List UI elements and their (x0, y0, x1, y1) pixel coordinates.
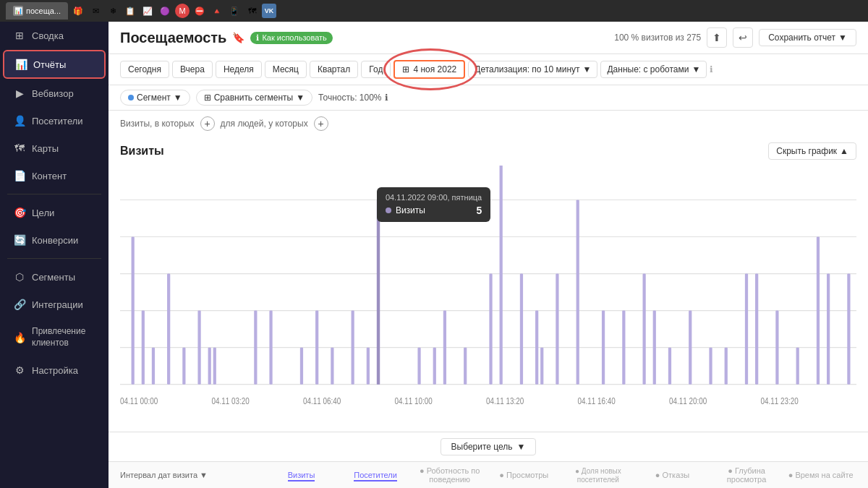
sidebar-item-goals[interactable]: 🎯 Цели (3, 200, 106, 226)
sidebar-item-acquisition[interactable]: 🔥 Привлечение клиентов (3, 319, 106, 356)
settings-icon: ⚙ (13, 364, 26, 376)
save-report-button[interactable]: Сохранить отчет ▼ (759, 29, 856, 46)
tab-icon-3[interactable]: ❄ (106, 4, 120, 18)
hide-chart-icon: ▲ (840, 146, 848, 156)
date-btn-yesterday[interactable]: Вчера (172, 61, 213, 78)
accuracy-text: Точность: 100% (318, 93, 381, 103)
goal-select-chevron: ▼ (517, 442, 526, 452)
th-depth: ● Глубина просмотра (711, 466, 783, 484)
svg-rect-27 (367, 348, 370, 385)
svg-rect-41 (622, 311, 625, 385)
sidebar-item-reports[interactable]: 📊 Отчёты (3, 50, 106, 79)
svg-rect-26 (352, 311, 354, 385)
svg-rect-46 (709, 348, 712, 385)
th-views-label: ● Просмотры (499, 471, 548, 479)
tab-icon-9[interactable]: 🔺 (210, 4, 224, 18)
help-link[interactable]: ℹ Как использовать (250, 32, 332, 44)
svg-text:04.11 23:20: 04.11 23:20 (761, 396, 799, 406)
svg-rect-33 (489, 274, 492, 385)
upload-button[interactable]: ⬆ (707, 27, 727, 48)
tab-icon-2[interactable]: ✉ (88, 4, 103, 18)
svg-rect-31 (443, 311, 446, 385)
svg-rect-22 (269, 311, 272, 385)
sidebar-item-summary[interactable]: ⊞ Сводка (3, 22, 106, 48)
tab-icon-5[interactable]: 📈 (140, 4, 155, 18)
header-actions: 100 % визитов из 275 ⬆ ↩ Сохранить отчет… (614, 27, 856, 48)
date-btn-year[interactable]: Год (361, 61, 391, 78)
sidebar-item-maps[interactable]: 🗺 Карты (3, 135, 106, 161)
date-btn-today[interactable]: Сегодня (120, 61, 169, 78)
svg-rect-40 (602, 311, 605, 385)
add-visits-filter-button[interactable]: + (200, 116, 215, 131)
segment-label: Сегмент (137, 93, 171, 103)
svg-rect-17 (182, 348, 185, 385)
acquisition-icon: 🔥 (13, 332, 26, 343)
sidebar-item-integrations[interactable]: 🔗 Интеграции (3, 291, 106, 317)
hide-chart-button[interactable]: Скрыть график ▲ (768, 142, 856, 160)
bookmark-icon[interactable]: 🔖 (232, 32, 244, 43)
svg-rect-55 (377, 200, 380, 384)
sidebar-item-visitors[interactable]: 👤 Посетители (3, 108, 106, 134)
date-btn-quarter[interactable]: Квартал (310, 61, 358, 78)
tab-icon-active: 📊 (13, 6, 23, 16)
svg-rect-30 (433, 348, 436, 385)
svg-rect-29 (417, 348, 420, 385)
svg-rect-20 (213, 348, 216, 385)
th-date[interactable]: Интервал дат визита ▼ (120, 471, 263, 479)
calendar-icon: ⊞ (402, 64, 409, 74)
sidebar-item-settings[interactable]: ⚙ Настройка (3, 357, 106, 383)
back-button[interactable]: ↩ (733, 27, 753, 48)
sidebar-divider-2 (7, 258, 101, 259)
goal-select-label: Выберите цель (451, 442, 513, 452)
content-icon: 📄 (13, 170, 26, 181)
tab-icon-1[interactable]: 🎁 (71, 4, 85, 18)
th-date-sort[interactable]: Интервал дат визита ▼ (120, 471, 208, 479)
sidebar-label-integrations: Интеграции (32, 299, 83, 310)
data-select[interactable]: Данные: с роботами ▼ (600, 61, 707, 78)
add-people-filter-button[interactable]: + (314, 116, 328, 131)
sidebar-label-conversions: Конверсии (32, 235, 78, 246)
tab-icon-4[interactable]: 📋 (123, 4, 137, 18)
chart-wrapper: 0 1 2 3 4 5 6 04.11 00:00 04.11 03:20 04… (120, 166, 856, 432)
help-link-label: Как использовать (262, 33, 326, 42)
sidebar-item-segments[interactable]: ⬡ Сегменты (3, 264, 106, 290)
table-header: Интервал дат визита ▼ Визиты Посетители … (109, 461, 868, 488)
tab-icon-7[interactable]: M (175, 4, 190, 18)
svg-rect-45 (689, 311, 692, 385)
svg-text:04.11 06:40: 04.11 06:40 (303, 396, 341, 406)
info-icon[interactable]: ℹ (710, 64, 713, 74)
sidebar-label-summary: Сводка (32, 30, 64, 41)
sidebar-item-conversions[interactable]: 🔄 Конверсии (3, 227, 106, 253)
th-robot: ● Роботность по поведению (414, 466, 485, 484)
integrations-icon: 🔗 (13, 299, 26, 310)
date-btn-week[interactable]: Неделя (216, 61, 262, 78)
th-visitors: Посетители (340, 471, 412, 479)
tab-icon-6[interactable]: 🟣 (158, 4, 172, 18)
date-btn-month[interactable]: Месяц (265, 61, 307, 78)
tab-icon-10[interactable]: 📱 (227, 4, 242, 18)
goal-select-button[interactable]: Выберите цель ▼ (441, 438, 537, 455)
svg-rect-47 (725, 348, 728, 385)
for-people-label: для людей, у которых (221, 119, 308, 129)
date-range-label: 4 ноя 2022 (413, 64, 456, 74)
sidebar-label-reports: Отчёты (33, 59, 66, 70)
date-range-button[interactable]: ⊞ 4 ноя 2022 (393, 60, 465, 79)
detail-select[interactable]: Детализация: по 10 минут ▼ (468, 61, 597, 78)
help-icon: ℹ (256, 33, 259, 43)
segment-filter-button[interactable]: Сегмент ▼ (120, 90, 190, 106)
visits-in-label: Визиты, в которых (120, 119, 195, 129)
sidebar-item-webvisor[interactable]: ▶ Вебвизор (3, 80, 106, 106)
compare-segment-button[interactable]: ⊞ Сравнить сегменты ▼ (196, 90, 312, 106)
sidebar-label-maps: Карты (32, 143, 59, 154)
th-visits: Визиты (265, 471, 337, 479)
sidebar-item-content[interactable]: 📄 Контент (3, 163, 106, 189)
svg-text:04.11 16:40: 04.11 16:40 (578, 396, 616, 406)
svg-rect-34 (500, 166, 503, 385)
data-label: Данные: с роботами (607, 64, 689, 74)
active-tab[interactable]: 📊 посеща... (6, 2, 68, 20)
browser-chrome: 📊 посеща... 🎁 ✉ ❄ 📋 📈 🟣 M ⛔ 🔺 📱 🗺 VK (0, 0, 868, 22)
tab-icon-8[interactable]: ⛔ (192, 4, 207, 18)
tab-icon-11[interactable]: 🗺 (244, 4, 259, 18)
tab-icon-vk[interactable]: VK (262, 4, 276, 18)
th-robot-label: ● Роботность по поведению (420, 466, 480, 484)
